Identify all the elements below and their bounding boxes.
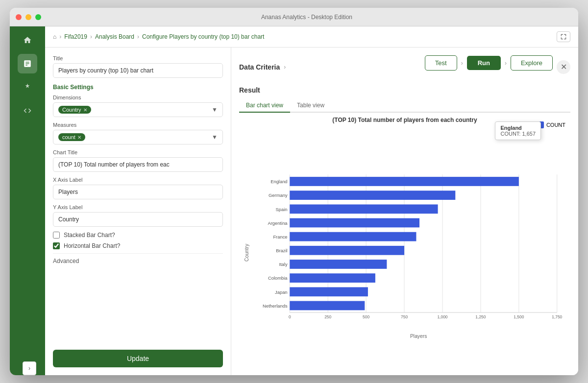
- chart-title-label: Chart Title: [53, 149, 223, 155]
- view-tabs: Bar chart view Table view: [239, 99, 570, 113]
- svg-text:1,250: 1,250: [475, 314, 486, 319]
- breadcrumb: ⌂ › Fifa2019 › Analysis Board › Configur…: [45, 26, 578, 48]
- bar-japan[interactable]: [290, 287, 368, 296]
- breadcrumb-home-icon[interactable]: ⌂: [53, 33, 56, 40]
- bar-france[interactable]: [290, 232, 416, 241]
- breadcrumb-current: Configure Players by country (top 10) ba…: [142, 33, 264, 40]
- tooltip: England COUNT: 1,657: [495, 121, 541, 140]
- title-input[interactable]: [53, 63, 223, 78]
- stacked-bar-label: Stacked Bar Chart?: [64, 232, 115, 239]
- sidebar-icon-home[interactable]: [18, 30, 37, 50]
- run-button[interactable]: Run: [467, 56, 501, 70]
- dimensions-tag-remove[interactable]: ✕: [83, 107, 87, 113]
- tooltip-count-value: 1,657: [522, 131, 536, 137]
- y-axis-input[interactable]: [53, 212, 223, 227]
- stacked-bar-checkbox[interactable]: [53, 232, 60, 239]
- left-panel: Title Basic Settings Dimensions Country …: [45, 48, 231, 375]
- breadcrumb-fifa[interactable]: Fifa2019: [64, 33, 87, 40]
- svg-text:Argentina: Argentina: [268, 221, 288, 226]
- main-content: ⌂ › Fifa2019 › Analysis Board › Configur…: [10, 26, 578, 375]
- measures-section: Measures count ✕ ▼: [53, 122, 223, 144]
- sidebar-icon-code[interactable]: [18, 101, 37, 120]
- stacked-bar-row: Stacked Bar Chart?: [53, 232, 223, 239]
- criteria-arrow-icon: ›: [284, 64, 286, 71]
- measures-tag: count ✕: [58, 133, 85, 141]
- chart-title-input[interactable]: [53, 157, 223, 172]
- dimensions-tag: Country ✕: [58, 106, 91, 114]
- update-button[interactable]: Update: [53, 350, 223, 367]
- chart-legend: COUNT: [537, 121, 565, 128]
- svg-text:Netherlands: Netherlands: [263, 304, 288, 309]
- sidebar: [10, 26, 45, 375]
- result-label: Result: [239, 86, 570, 94]
- tooltip-count: COUNT: 1,657: [500, 131, 536, 137]
- breadcrumb-analysis[interactable]: Analysis Board: [95, 33, 134, 40]
- data-criteria-title: Data Criteria: [239, 63, 280, 71]
- bar-chart-svg: Country Players: [239, 127, 570, 367]
- bar-colombia[interactable]: [290, 273, 375, 283]
- y-axis-label: Y Axis Label: [53, 204, 223, 210]
- svg-text:500: 500: [363, 314, 369, 319]
- horizontal-bar-label: Horizontal Bar Chart?: [64, 242, 120, 249]
- x-axis-input[interactable]: [53, 185, 223, 199]
- title-section: Title: [53, 55, 223, 78]
- right-panel: Data Criteria › Test › Run › Explore ✕ R…: [231, 48, 578, 375]
- data-criteria-bar: Data Criteria › Test › Run › Explore ✕: [239, 55, 570, 78]
- tab-bar-chart[interactable]: Bar chart view: [239, 99, 290, 113]
- measures-dropdown[interactable]: count ✕ ▼: [53, 130, 223, 144]
- close-button[interactable]: ✕: [557, 60, 570, 74]
- chart-title-section: Chart Title: [53, 149, 223, 172]
- svg-text:Spain: Spain: [276, 207, 288, 212]
- breadcrumb-sep-2: ›: [90, 33, 92, 40]
- minimize-button[interactable]: [25, 14, 31, 20]
- y-axis-section: Y Axis Label: [53, 204, 223, 227]
- run-explore-arrow: ›: [505, 60, 507, 67]
- test-button[interactable]: Test: [425, 55, 457, 71]
- panels: Title Basic Settings Dimensions Country …: [45, 48, 578, 375]
- measures-tag-remove[interactable]: ✕: [77, 135, 81, 140]
- advanced-label: Advanced: [53, 253, 223, 264]
- svg-text:Players: Players: [410, 334, 427, 339]
- svg-text:750: 750: [401, 314, 408, 319]
- x-axis-section: X Axis Label: [53, 177, 223, 199]
- dimensions-label: Dimensions: [53, 95, 223, 100]
- close-button[interactable]: [16, 14, 22, 20]
- horizontal-bar-checkbox[interactable]: [53, 242, 60, 249]
- tooltip-count-label: COUNT:: [500, 131, 520, 137]
- explore-button[interactable]: Explore: [511, 55, 553, 71]
- bar-spain[interactable]: [290, 204, 438, 214]
- bar-brazil[interactable]: [290, 246, 404, 255]
- sidebar-icon-chart[interactable]: [18, 54, 37, 73]
- svg-text:Brazil: Brazil: [276, 248, 287, 253]
- maximize-button[interactable]: [35, 14, 41, 20]
- expand-button[interactable]: [557, 31, 570, 42]
- bar-italy[interactable]: [290, 260, 387, 269]
- traffic-lights: [16, 14, 41, 20]
- basic-settings-title: Basic Settings: [53, 84, 223, 91]
- bar-argentina[interactable]: [290, 218, 419, 228]
- bar-england[interactable]: [290, 177, 519, 186]
- sidebar-toggle-button[interactable]: ›: [23, 361, 36, 375]
- main-window: Ananas Analytics - Desktop Edition ⌂ › F…: [10, 8, 578, 375]
- legend-label: COUNT: [546, 122, 565, 128]
- svg-text:1,750: 1,750: [552, 314, 562, 319]
- tab-table[interactable]: Table view: [290, 99, 331, 113]
- tooltip-country: England: [500, 125, 536, 131]
- title-field-label: Title: [53, 55, 223, 61]
- svg-text:1,000: 1,000: [437, 314, 447, 319]
- bar-netherlands[interactable]: [290, 301, 365, 311]
- bar-germany[interactable]: [290, 191, 455, 200]
- titlebar: Ananas Analytics - Desktop Edition: [10, 8, 578, 26]
- svg-text:England: England: [270, 179, 287, 184]
- svg-text:Country: Country: [244, 243, 249, 262]
- svg-text:France: France: [273, 235, 287, 239]
- svg-text:Italy: Italy: [279, 262, 288, 267]
- svg-text:Japan: Japan: [275, 290, 288, 295]
- breadcrumb-sep-3: ›: [137, 33, 139, 40]
- window-title: Ananas Analytics - Desktop Edition: [41, 14, 572, 21]
- basic-settings-section: Basic Settings Dimensions Country ✕ ▼: [53, 84, 223, 264]
- svg-text:0: 0: [289, 314, 291, 319]
- sidebar-icon-settings[interactable]: [18, 77, 37, 97]
- dimensions-dropdown[interactable]: Country ✕ ▼: [53, 102, 223, 117]
- dimensions-section: Dimensions Country ✕ ▼: [53, 95, 223, 117]
